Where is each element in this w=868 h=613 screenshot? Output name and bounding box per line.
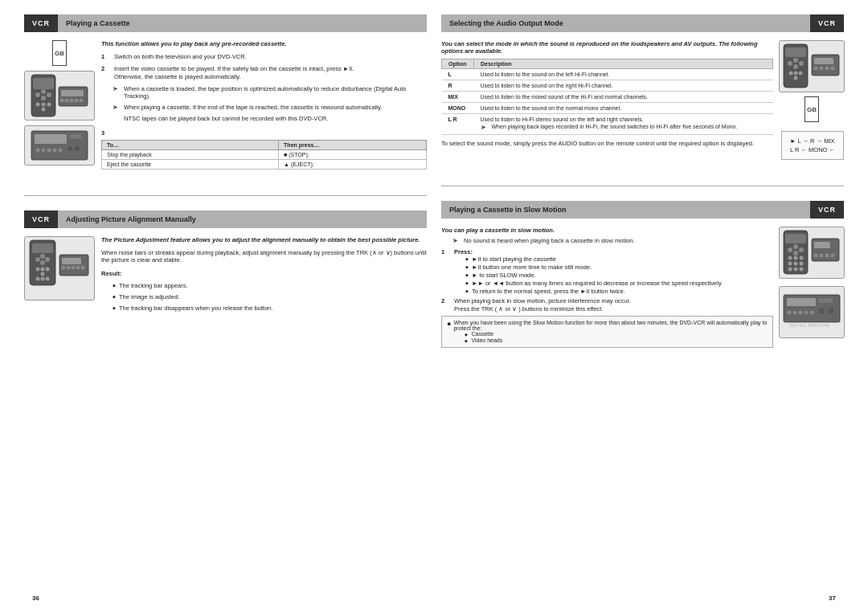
slow-bullet-5: To return to the normal speed, press the…	[465, 288, 773, 295]
slow-device-image-1	[779, 227, 845, 279]
audio-row-MONO: MONO Used to listen to the sound on the …	[442, 103, 773, 114]
svg-point-5	[41, 96, 46, 100]
audio-diagram: ► L → R → MIX L R ← MONO ←	[781, 131, 844, 160]
svg-rect-1	[33, 78, 54, 89]
svg-point-75	[788, 267, 792, 271]
note-1-text: When a cassette is loaded, the tape posi…	[124, 85, 427, 100]
svg-point-91	[810, 310, 814, 314]
playing-cassette-title: Playing a Cassette	[58, 14, 427, 32]
step-1-text: Switch on both the television and your D…	[114, 53, 427, 60]
gb-badge-left: GB	[52, 40, 67, 66]
svg-rect-11	[61, 90, 84, 96]
svg-text:VCL: VCL	[799, 323, 807, 328]
svg-point-12	[60, 99, 64, 103]
svg-point-59	[814, 66, 818, 70]
page-num-left: 36	[32, 595, 39, 602]
result-row: Result:	[101, 270, 427, 277]
slow-step-2-num: 2	[441, 297, 451, 313]
svg-point-88	[793, 310, 797, 314]
bullet-1: The tracking bar appears.	[113, 282, 427, 289]
svg-point-51	[799, 61, 804, 66]
svg-rect-64	[785, 234, 806, 243]
step-2-num: 2	[101, 65, 111, 80]
note-1: ➤ When a cassette is loaded, the tape po…	[101, 85, 427, 100]
svg-point-89	[799, 310, 803, 314]
col-to: To…	[102, 141, 279, 150]
audio-desc-MONO: Used to listen to the sound on the norma…	[474, 103, 773, 114]
svg-point-62	[831, 66, 835, 70]
alignment-intro: The Picture Adjustment feature allows yo…	[101, 236, 427, 243]
svg-point-56	[794, 76, 798, 80]
svg-point-15	[75, 99, 79, 103]
alignment-header: VCR Adjusting Picture Alignment Manually	[24, 210, 427, 228]
svg-point-32	[40, 260, 45, 265]
alignment-device-image	[24, 236, 95, 300]
svg-rect-19	[70, 134, 81, 139]
step-2-text: Insert the video cassette to be played. …	[114, 65, 427, 80]
note-3: NTSC tapes can be played back but cannot…	[101, 115, 427, 122]
note-3-text: NTSC tapes can be played back but cannot…	[113, 115, 328, 122]
protect-bullet-2: Video heads	[465, 337, 768, 343]
svg-rect-57	[812, 55, 839, 76]
note-2-text: When playing a cassette, if the end of t…	[124, 104, 382, 111]
audio-desc-MIX: Used to listen to the mixed sound of the…	[474, 92, 773, 103]
audio-desc-LR: Used to listen to Hi-Fi stereo sound on …	[474, 114, 773, 135]
step-1: 1 Switch on both the television and your…	[101, 53, 427, 60]
svg-point-90	[805, 310, 809, 314]
slow-motion-device-images: DVD VCL PROG/TRK	[780, 227, 844, 348]
no-sound-arrow: ➤	[452, 237, 461, 244]
svg-point-87	[788, 310, 792, 314]
slow-device-image-2: DVD VCL PROG/TRK	[779, 286, 845, 338]
step-2: 2 Insert the video cassette to be played…	[101, 65, 427, 80]
playing-cassette-section: VCR Playing a Cassette GB	[24, 14, 427, 173]
slow-bullet-2: ►II button one more time to make still m…	[465, 264, 773, 271]
device-image-top	[24, 71, 95, 121]
hifi-note: ➤ When playing back tapes recorded in Hi…	[481, 124, 767, 131]
slow-step-2: 2 When playing back in slow motion, pict…	[441, 297, 773, 313]
svg-rect-86	[818, 298, 833, 303]
svg-point-22	[47, 149, 51, 153]
note-2: ➤ When playing a cassette, if the end of…	[101, 104, 427, 111]
playing-cassette-instructions: This function allows you to play back an…	[101, 40, 427, 170]
alignment-section: VCR Adjusting Picture Alignment Manually	[24, 210, 427, 316]
arrow-icon-2: ➤	[113, 104, 121, 111]
alignment-content: The Picture Adjustment feature allows yo…	[24, 233, 427, 316]
svg-point-29	[35, 257, 40, 262]
audio-table: Option Description L Used to listen to t…	[441, 59, 773, 135]
slow-bullet-3: ► to start SLOW mode.	[465, 272, 773, 279]
page: VCR Playing a Cassette GB	[0, 0, 868, 613]
audio-option-MIX: MIX	[442, 92, 474, 103]
slow-motion-title: Playing a Cassette in Slow Motion	[441, 201, 810, 219]
right-device-image-1	[779, 40, 845, 92]
svg-point-30	[40, 254, 45, 259]
svg-point-7	[36, 103, 40, 107]
svg-point-34	[36, 268, 40, 272]
svg-point-3	[41, 89, 46, 94]
svg-point-23	[53, 149, 57, 153]
playing-cassette-content: GB	[24, 37, 427, 173]
vcr-badge-left-bottom: VCR	[24, 210, 58, 228]
svg-point-14	[70, 99, 74, 103]
slow-device-svg-1	[781, 229, 842, 277]
svg-point-33	[41, 268, 45, 272]
right-device-svg-1	[781, 43, 842, 91]
playing-cassette-header: VCR Playing a Cassette	[24, 14, 427, 32]
table-row: Eject the cassette ▲ (EJECT);	[102, 160, 427, 170]
svg-point-26	[75, 146, 80, 151]
slow-motion-left: You can play a cassette in slow motion. …	[441, 227, 773, 348]
svg-point-68	[793, 251, 798, 255]
slow-step-1-text: Press: ►II to start playing the cassette…	[454, 248, 773, 296]
left-column: VCR Playing a Cassette GB	[24, 14, 427, 588]
slow-step-2-text: When playing back in slow motion, pictur…	[454, 297, 773, 313]
svg-point-39	[46, 277, 50, 281]
audio-row-L: L Used to listen to the sound on the lef…	[442, 69, 773, 80]
hifi-note-text: When playing back tapes recorded in Hi-F…	[492, 124, 738, 131]
diagram-row-2: L R ← MONO ←	[790, 146, 835, 153]
svg-point-38	[41, 277, 45, 281]
svg-rect-28	[32, 243, 53, 253]
page-num-right: 37	[829, 595, 836, 602]
device-image-vcr	[24, 125, 95, 166]
right-device-images: GB ► L → R → MIX L R ← MONO ←	[780, 40, 844, 160]
svg-point-74	[800, 261, 804, 265]
bullet-2: The image is adjusted.	[113, 293, 427, 300]
